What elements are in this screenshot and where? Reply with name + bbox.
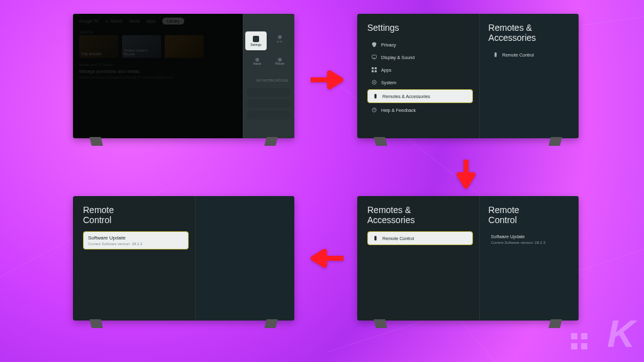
svg-rect-0: [372, 55, 376, 58]
svg-rect-3: [375, 67, 377, 69]
remote-icon: [372, 93, 379, 99]
system-icon: [371, 79, 377, 85]
software-version-label: Current Software version: 28.2.3: [491, 241, 569, 244]
remote-left-column: Remote Control Software Update Current S…: [73, 196, 195, 321]
tv-step-3: Remotes & Accessories Remote Control Rem…: [357, 196, 579, 321]
remote-control-item[interactable]: Remote Control: [489, 49, 572, 60]
software-update-label: Software Update: [491, 234, 569, 239]
svg-point-7: [374, 82, 375, 83]
display-icon: [371, 54, 377, 60]
notification-slot: [247, 99, 291, 108]
tv-step-2: Settings Privacy Display & Sound Apps Sy…: [357, 14, 579, 138]
gear-icon: [253, 36, 259, 42]
settings-item-apps[interactable]: Apps: [367, 64, 473, 75]
side-tile-picture[interactable]: Picture: [270, 54, 289, 69]
software-update-item[interactable]: Software Update Current Software version…: [83, 231, 189, 250]
settings-title: Settings: [367, 23, 473, 33]
settings-tile-label: Settings: [250, 43, 261, 47]
settings-item-display[interactable]: Display & Sound: [367, 52, 473, 63]
notification-slot: [247, 88, 291, 97]
svg-rect-5: [375, 70, 377, 72]
software-update-label: Software Update: [88, 235, 184, 241]
watermark-dots: [571, 333, 587, 349]
svg-rect-4: [372, 70, 374, 72]
tv-step-1: Google TV ↳ Search Home Apps Library Wat…: [73, 14, 294, 138]
side-tile-inputs[interactable]: Inputs: [248, 54, 267, 69]
apps-icon: [371, 67, 377, 73]
remotes-title: Remotes & Accessories: [489, 23, 572, 43]
arrow-step-3-to-4: [309, 249, 345, 268]
remote-right-column: [195, 196, 294, 321]
remotes-title: Remotes & Accessories: [367, 205, 473, 225]
settings-right-column: Remotes & Accessories Remote Control: [479, 14, 579, 138]
svg-rect-2: [372, 67, 374, 69]
remote-right-column: Remote Control Software Update Current S…: [479, 196, 579, 321]
remote-control-title: Remote Control: [489, 205, 572, 225]
settings-left-column: Settings Privacy Display & Sound Apps Sy…: [357, 14, 479, 138]
svg-rect-11: [494, 53, 496, 57]
svg-rect-1: [373, 58, 375, 59]
settings-item-system[interactable]: System: [367, 77, 473, 88]
settings-item-help[interactable]: ?Help & Feedback: [367, 104, 473, 116]
side-tile[interactable]: 0 °C: [270, 31, 289, 47]
help-icon: ?: [371, 107, 377, 113]
arrow-step-2-to-3: [457, 158, 475, 190]
remote-icon: [492, 52, 499, 58]
remote-control-item[interactable]: Remote Control: [367, 231, 473, 245]
remotes-left-column: Remotes & Accessories Remote Control: [357, 196, 479, 321]
arrow-step-1-to-2: [309, 70, 345, 89]
settings-item-privacy[interactable]: Privacy: [367, 39, 473, 50]
svg-rect-12: [374, 236, 376, 241]
watermark-logo: K: [607, 311, 633, 356]
no-notifications-label: NO NOTIFICATIONS: [257, 79, 288, 82]
remote-icon: [372, 235, 379, 241]
svg-text:?: ?: [374, 109, 375, 112]
remote-control-title: Remote Control: [83, 205, 189, 225]
software-update-item[interactable]: Software Update Current Software version…: [489, 231, 572, 247]
shield-icon: [371, 41, 377, 48]
settings-item-remotes[interactable]: Remotes & Accessories: [367, 89, 473, 103]
settings-tile[interactable]: Settings: [245, 31, 267, 50]
tv-step-4: Remote Control Software Update Current S…: [73, 196, 294, 321]
svg-rect-8: [374, 94, 376, 98]
software-version-label: Current Software version: 28.2.2: [88, 242, 184, 246]
notification-slot: [247, 111, 291, 119]
